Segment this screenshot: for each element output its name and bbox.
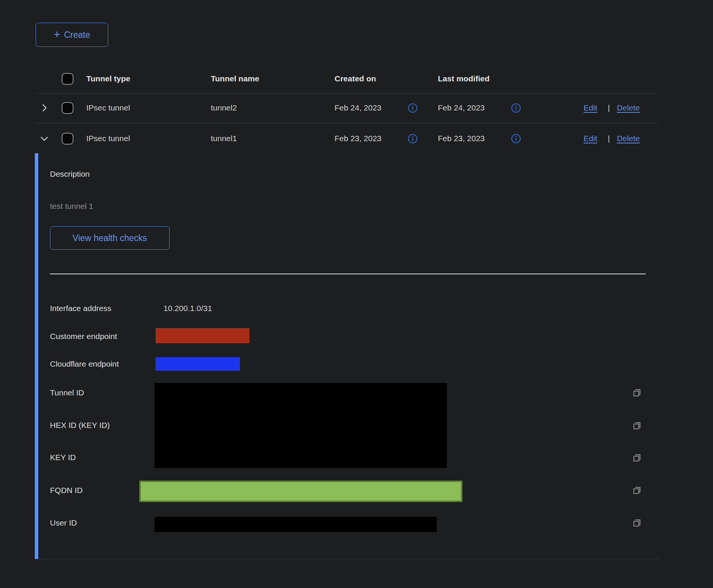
expanded-row-bottom-divider bbox=[35, 559, 659, 559]
view-health-checks-button[interactable]: View health checks bbox=[50, 226, 170, 250]
chevron-right-icon[interactable] bbox=[39, 103, 49, 113]
tunnel-type-cell: IPsec tunnel bbox=[86, 103, 130, 112]
description-label: Description bbox=[50, 170, 90, 179]
customer-endpoint-label: Customer endpoint bbox=[50, 332, 117, 341]
fqdn-id-label: FQDN ID bbox=[50, 486, 83, 495]
hex-id-label: HEX ID (KEY ID) bbox=[50, 421, 110, 430]
copy-icon[interactable] bbox=[631, 387, 643, 398]
cloudflare-endpoint-redacted-value bbox=[156, 357, 240, 371]
copy-icon[interactable] bbox=[631, 485, 643, 496]
info-icon[interactable] bbox=[511, 134, 521, 144]
row-checkbox[interactable] bbox=[62, 102, 73, 114]
edit-link[interactable]: Edit bbox=[584, 134, 597, 143]
header-tunnel-type: Tunnel type bbox=[86, 74, 130, 83]
description-value: test tunnel 1 bbox=[50, 202, 93, 211]
view-health-checks-label: View health checks bbox=[73, 233, 147, 243]
interface-address-label: Interface address bbox=[50, 304, 111, 313]
fqdn-id-redacted-value bbox=[139, 481, 462, 502]
create-button-label: Create bbox=[64, 30, 90, 40]
row-divider bbox=[36, 123, 659, 123]
id-values-redacted-block bbox=[154, 383, 447, 468]
panel-divider bbox=[50, 274, 646, 274]
edit-link[interactable]: Edit bbox=[584, 103, 597, 112]
action-separator: | bbox=[608, 103, 610, 112]
tunnel-name-cell: tunnel1 bbox=[211, 134, 237, 143]
last-modified-cell: Feb 23, 2023 bbox=[438, 134, 485, 143]
tunnel-id-label: Tunnel ID bbox=[50, 388, 84, 397]
delete-link[interactable]: Delete bbox=[617, 134, 640, 143]
info-icon[interactable] bbox=[408, 103, 418, 113]
info-icon[interactable] bbox=[511, 103, 521, 113]
header-last-modified: Last modified bbox=[438, 74, 490, 83]
created-on-cell: Feb 23, 2023 bbox=[335, 134, 381, 143]
info-icon[interactable] bbox=[408, 134, 418, 144]
chevron-down-icon[interactable] bbox=[39, 134, 49, 143]
header-divider bbox=[36, 93, 659, 93]
copy-icon[interactable] bbox=[631, 420, 643, 431]
cloudflare-endpoint-label: Cloudflare endpoint bbox=[50, 359, 119, 369]
plus-icon: + bbox=[54, 29, 61, 40]
user-id-label: User ID bbox=[50, 518, 77, 527]
create-button[interactable]: + Create bbox=[36, 23, 108, 47]
copy-icon[interactable] bbox=[631, 452, 643, 464]
delete-link[interactable]: Delete bbox=[617, 103, 640, 112]
created-on-cell: Feb 24, 2023 bbox=[335, 103, 381, 112]
expanded-row-accent-bar bbox=[35, 153, 38, 559]
row-checkbox[interactable] bbox=[62, 133, 73, 145]
interface-address-value: 10.200.1.0/31 bbox=[163, 304, 212, 313]
tunnel-name-cell: tunnel2 bbox=[211, 103, 237, 112]
customer-endpoint-redacted-value bbox=[156, 328, 249, 343]
last-modified-cell: Feb 24, 2023 bbox=[438, 103, 485, 112]
action-separator: | bbox=[608, 134, 610, 143]
copy-icon[interactable] bbox=[631, 517, 643, 529]
header-tunnel-name: Tunnel name bbox=[211, 74, 259, 83]
header-created-on: Created on bbox=[335, 74, 376, 83]
tunnel-type-cell: IPsec tunnel bbox=[86, 134, 130, 143]
user-id-redacted-value bbox=[154, 517, 437, 532]
select-all-checkbox[interactable] bbox=[62, 73, 73, 85]
key-id-label: KEY ID bbox=[50, 453, 76, 462]
